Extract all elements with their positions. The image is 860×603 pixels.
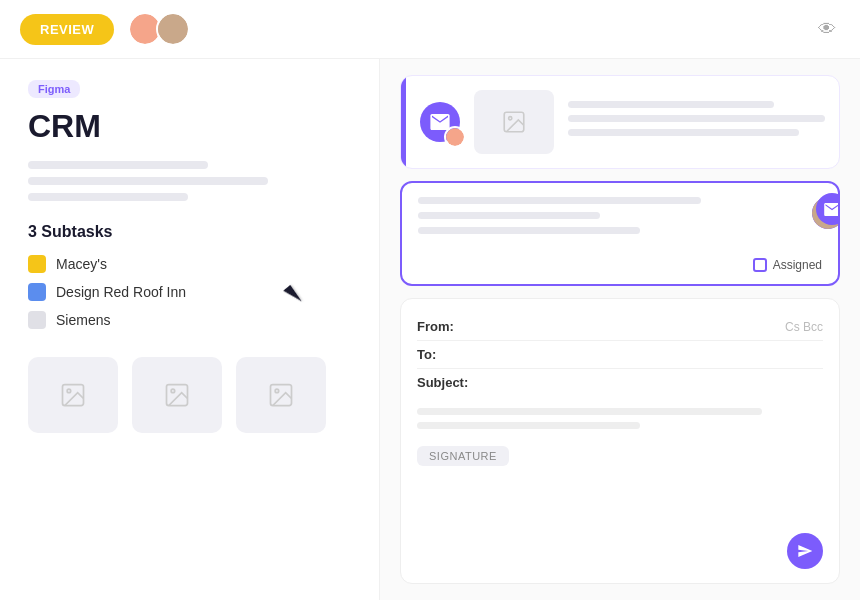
email-card-image-1 <box>474 90 554 154</box>
review-button[interactable]: REVIEW <box>20 14 114 45</box>
compose-subject-row: Subject: <box>417 369 823 396</box>
compose-footer <box>417 525 823 569</box>
desc-line-3 <box>28 193 188 201</box>
compose-to-row: To: <box>417 341 823 369</box>
thumbnail-row <box>28 357 351 433</box>
card-2-lines <box>418 197 822 234</box>
email-avatar-photo-1 <box>444 126 466 148</box>
avatars-group <box>128 12 190 46</box>
avatar-circle-2 <box>158 14 188 44</box>
thumbnail-2[interactable] <box>132 357 222 433</box>
to-label: To: <box>417 347 477 362</box>
avatar-2 <box>156 12 190 46</box>
signature-button[interactable]: SIGNATURE <box>417 446 509 466</box>
compose-from-row: From: Cs Bcc <box>417 313 823 341</box>
left-panel: Figma CRM 3 Subtasks Macey's Design Red … <box>0 59 380 600</box>
from-label: From: <box>417 319 477 334</box>
email-line-1a <box>568 101 774 108</box>
email-card-1 <box>400 75 840 169</box>
card2-line-3 <box>418 227 640 234</box>
subtask-redroof-label: Design Red Roof Inn <box>56 284 186 300</box>
svg-point-5 <box>275 389 279 393</box>
email-line-1c <box>568 129 799 136</box>
subtask-list: Macey's Design Red Roof Inn Siemens <box>28 255 351 329</box>
subtask-siemens[interactable]: Siemens <box>28 311 351 329</box>
subject-label: Subject: <box>417 375 477 390</box>
top-bar: REVIEW 👁 <box>0 0 860 59</box>
card-content-1 <box>406 76 839 168</box>
subtask-icon-blue <box>28 283 46 301</box>
figma-badge: Figma <box>28 80 80 98</box>
svg-point-7 <box>509 117 512 120</box>
desc-line-1 <box>28 161 208 169</box>
eye-icon[interactable]: 👁 <box>818 19 836 40</box>
compose-body-lines <box>417 408 823 436</box>
description-lines <box>28 161 351 201</box>
desc-line-2 <box>28 177 268 185</box>
body-line-2 <box>417 422 640 429</box>
subtask-redroof[interactable]: Design Red Roof Inn <box>28 283 351 301</box>
subtask-siemens-label: Siemens <box>56 312 110 328</box>
card2-line-1 <box>418 197 701 204</box>
body-line-1 <box>417 408 762 415</box>
subtask-maceys[interactable]: Macey's <box>28 255 351 273</box>
subtask-icon-yellow <box>28 255 46 273</box>
card-2-inner <box>402 183 838 258</box>
email-line-1b <box>568 115 825 122</box>
thumbnail-3[interactable] <box>236 357 326 433</box>
thumbnail-1[interactable] <box>28 357 118 433</box>
card2-line-2 <box>418 212 600 219</box>
assigned-row: Assigned <box>402 258 838 284</box>
right-panel: Assigned From: Cs Bcc To: Subject: SIGNA… <box>380 59 860 600</box>
cc-bcc-label: Cs Bcc <box>785 320 823 334</box>
svg-point-3 <box>171 389 175 393</box>
email-avatar-1 <box>420 102 460 142</box>
subtask-maceys-label: Macey's <box>56 256 107 272</box>
email-card-2: Assigned <box>400 181 840 286</box>
email-card-lines-1 <box>568 101 825 143</box>
main-content: Figma CRM 3 Subtasks Macey's Design Red … <box>0 59 860 600</box>
subtask-icon-gray <box>28 311 46 329</box>
subtasks-title: 3 Subtasks <box>28 223 351 241</box>
email-compose: From: Cs Bcc To: Subject: SIGNATURE <box>400 298 840 584</box>
crm-title: CRM <box>28 108 351 145</box>
assigned-label: Assigned <box>773 258 822 272</box>
email-icon-2 <box>816 193 840 225</box>
send-button[interactable] <box>787 533 823 569</box>
svg-point-1 <box>67 389 71 393</box>
assigned-checkbox[interactable] <box>753 258 767 272</box>
